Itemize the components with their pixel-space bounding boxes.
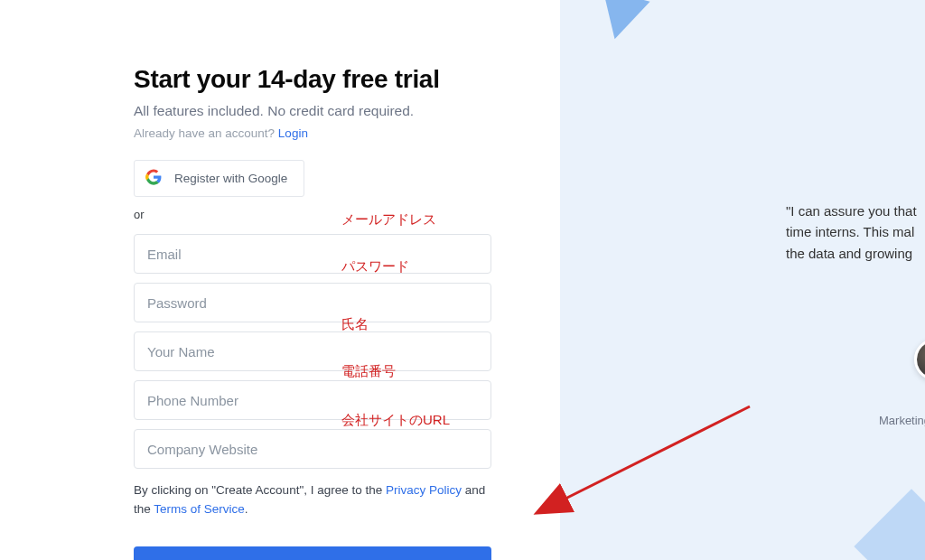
- already-prefix: Already have an account?: [134, 126, 278, 140]
- register-google-label: Register with Google: [174, 172, 287, 185]
- terms-of-service-link[interactable]: Terms of Service: [154, 502, 245, 516]
- testimonial-role: Marketing: [879, 414, 925, 427]
- decorative-triangle-top: [591, 0, 649, 45]
- annotation-email: メールアドレス: [341, 211, 436, 229]
- page-title: Start your 14-day free trial: [134, 65, 560, 94]
- annotation-website: 会社サイトのURL: [341, 412, 450, 429]
- avatar: [914, 339, 925, 380]
- login-link[interactable]: Login: [278, 126, 308, 140]
- signup-form: [134, 229, 491, 469]
- consent-text: By clicking on "Create Account", I agree…: [134, 481, 491, 519]
- google-icon: [145, 169, 162, 188]
- decorative-triangle-bottom: [854, 489, 925, 560]
- name-field[interactable]: [134, 331, 491, 371]
- consent-prefix: By clicking on "Create Account", I agree…: [134, 483, 386, 497]
- privacy-policy-link[interactable]: Privacy Policy: [386, 483, 462, 497]
- password-field[interactable]: [134, 283, 491, 322]
- testimonial-panel: "I can assure you that time interns. Thi…: [560, 0, 925, 560]
- page-subtitle: All features included. No credit card re…: [134, 103, 560, 119]
- email-field[interactable]: [134, 234, 491, 274]
- consent-suffix: .: [245, 502, 248, 516]
- annotation-phone: 電話番号: [341, 363, 396, 380]
- already-have-account: Already have an account? Login: [134, 126, 560, 140]
- testimonial-quote: "I can assure you that time interns. Thi…: [786, 201, 917, 264]
- create-account-button[interactable]: Create Account: [134, 546, 491, 560]
- annotation-password: パスワード: [341, 258, 409, 275]
- annotation-name: 氏名: [341, 316, 369, 333]
- register-google-button[interactable]: Register with Google: [134, 160, 304, 197]
- company-website-field[interactable]: [134, 429, 491, 469]
